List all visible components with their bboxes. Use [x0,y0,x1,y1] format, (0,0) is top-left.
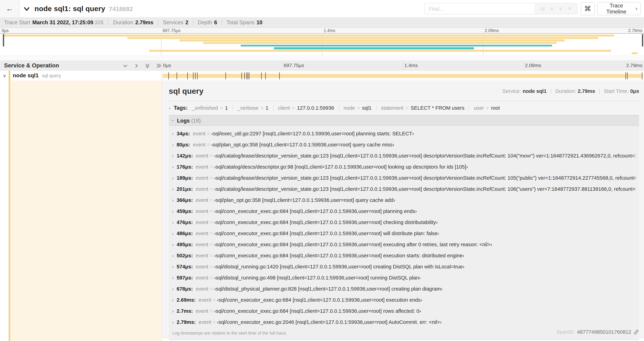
span-name-cell[interactable]: ∨ node sql1sql query [0,71,161,81]
log-expand-chevron-icon[interactable]: › [172,241,174,247]
trace-meta-item: Services2 [163,20,188,26]
info-label: Duration: [555,88,576,94]
clear-find-icon[interactable]: ✕ [568,6,572,12]
log-expand-chevron-icon[interactable]: › [172,131,174,136]
info-separator [551,88,551,94]
tag-item: user=root [474,105,500,111]
log-expand-chevron-icon[interactable]: › [172,219,174,225]
deep-link-icon[interactable] [633,329,639,335]
log-expand-chevron-icon[interactable]: › [172,175,174,181]
logs-list: ›34μs:event = ‹sql/exec_util.go:2297 [ns… [169,126,639,339]
log-expand-chevron-icon[interactable]: › [172,264,174,269]
log-entry-row[interactable]: ›2.69ms:event = ‹sql/conn_executor_exec.… [172,294,636,305]
log-expand-chevron-icon[interactable]: › [172,186,174,192]
log-entry-row[interactable]: ›574μs:event = ‹sql/distsql_running.go:1… [172,261,636,272]
tag-separator [232,105,233,111]
tags-expand-chevron-icon[interactable]: › [169,105,170,111]
column-resize-grip[interactable] [158,63,161,68]
log-entry-row[interactable]: ›495μs:event = ‹sql/conn_executor_exec.g… [172,239,636,250]
trace-meta-bar: Trace StartMarch 31 2022, 17:25:09.326Du… [0,17,644,28]
find-input[interactable] [424,3,535,14]
span-row[interactable]: ∨ node sql1sql query [0,71,644,81]
minimap-tick: 1.4ms [324,28,335,33]
log-entry-row[interactable]: ›201μs:event = ‹sql/catalog/lease/descri… [172,183,636,194]
info-label: Service: [502,88,521,94]
minimap-span-bar [203,42,556,44]
locate-icon[interactable]: ◎ [540,6,545,12]
span-id-label: SpanID: [556,329,575,335]
keyboard-shortcuts-button[interactable]: ⌘ [581,2,595,15]
log-entry-row[interactable]: ›34μs:event = ‹sql/exec_util.go:2297 [ns… [172,128,636,139]
log-tick-mark [242,72,242,79]
minimap-tick: 0μs [2,28,9,33]
next-result-icon[interactable]: ∨ [559,6,562,12]
trace-minimap[interactable] [0,33,644,56]
minimap-tick: 697.75μs [162,28,180,33]
trace-meta-item: Duration2.79ms [113,20,154,26]
log-tick-mark [262,72,262,79]
tags-label: Tags: [174,105,188,111]
back-arrow-icon: ← [6,4,14,13]
log-tick-mark [626,72,626,79]
log-expand-chevron-icon[interactable]: › [172,153,174,158]
collapse-all-icon[interactable] [144,63,150,69]
minimap-span-bars [3,34,642,56]
log-expand-chevron-icon[interactable]: › [172,208,174,214]
log-entry-row[interactable]: ›476μs:event = ‹sql/conn_executor_exec.g… [172,217,636,228]
meta-separator [158,20,158,25]
log-expand-chevron-icon[interactable]: › [172,275,174,280]
tag-item: statement=SELECT * FROM users [381,105,464,111]
log-expand-chevron-icon[interactable]: › [172,319,174,325]
log-entry-row[interactable]: ›459μs:event = ‹sql/conn_executor_exec.g… [172,205,636,217]
trace-meta-item: Depth6 [198,20,217,26]
log-entry-row[interactable]: ›189μs:event = ‹sql/catalog/lease/descri… [172,172,636,183]
log-expand-chevron-icon[interactable]: › [172,142,174,147]
jaeger-trace-page: ← node sql1: sql query 7418682 ◎ ∧ ∨ ✕ ⌘… [0,0,644,341]
log-entry-row[interactable]: ›2.79ms:event = ‹sql/conn_executor_exec.… [172,316,636,328]
prev-result-icon[interactable]: ∧ [550,6,554,12]
span-detail-title: sql query [169,87,204,96]
log-entry-row[interactable]: ›486μs:event = ‹sql/conn_executor_exec.g… [172,228,636,239]
log-entry-row[interactable]: ›597μs:event = ‹sql/distsql_running.go:4… [172,272,636,283]
top-bar: ← node sql1: sql query 7418682 ◎ ∧ ∨ ✕ ⌘… [0,0,644,17]
log-entry-row[interactable]: ›80μs:event = ‹sql/plan_opt.go:358 [nsql… [172,139,636,150]
log-tick-mark [195,72,196,79]
logs-accordion-header[interactable]: › Logs (18) [169,115,639,126]
minimap-span-bar [3,35,614,36]
log-tick-mark [193,72,193,79]
collapse-trace-chevron-icon[interactable] [23,6,30,13]
log-expand-chevron-icon[interactable]: › [172,197,174,203]
minimap-ruler: 0μs 697.75μs 1.4ms 2.09ms 2.79ms [0,28,644,33]
log-expand-chevron-icon[interactable]: › [172,230,174,236]
log-entry-row[interactable]: ›142μs:event = ‹sql/catalog/lease/descri… [172,150,636,161]
minimap-span-bar [127,37,599,39]
log-entry-row[interactable]: ›502μs:event = ‹sql/conn_executor_exec.g… [172,250,636,261]
log-expand-chevron-icon[interactable]: › [172,164,174,169]
minimap-span-bar [274,47,474,49]
log-entry-row[interactable]: ›366μs:event = ‹sql/plan_opt.go:358 [nsq… [172,194,636,205]
collapse-one-icon[interactable] [122,63,128,69]
page-title: node sql1: sql query [34,4,105,13]
log-entry-row[interactable]: ›2.7ms:event = ‹sql/conn_executor_exec.g… [172,305,636,316]
logs-title: Logs [177,117,190,124]
tag-separator [469,105,469,111]
span-collapse-chevron-icon[interactable]: ∨ [3,71,6,81]
tags-row[interactable]: › Tags: _unfinished=1_verbose=1client=12… [169,105,639,111]
minimap-left-scrubber[interactable] [3,34,4,47]
span-bar-cell[interactable] [161,71,644,81]
log-tick-mark [249,72,250,79]
log-expand-chevron-icon[interactable]: › [172,253,174,258]
log-expand-chevron-icon[interactable]: › [172,286,174,292]
log-expand-chevron-icon[interactable]: › [172,297,174,303]
trace-view-selector[interactable]: Trace Timeline ∨ [597,2,640,15]
back-button[interactable]: ← [0,0,20,17]
meta-separator [108,20,108,25]
expand-one-icon[interactable] [134,63,139,69]
log-entry-row[interactable]: ›678μs:event = ‹sql/distsql_physical_pla… [172,283,636,294]
log-expand-chevron-icon[interactable]: › [172,308,174,314]
minimap-tick: 2.09ms [484,28,499,33]
minimap-right-scrubber[interactable] [642,34,643,47]
ruler-tick: 2.79ms [626,61,642,71]
log-entry-row[interactable]: ›176μs:event = ‹sql/catalog/descs/descri… [172,161,636,172]
logs-expand-chevron-icon[interactable]: › [170,120,176,121]
